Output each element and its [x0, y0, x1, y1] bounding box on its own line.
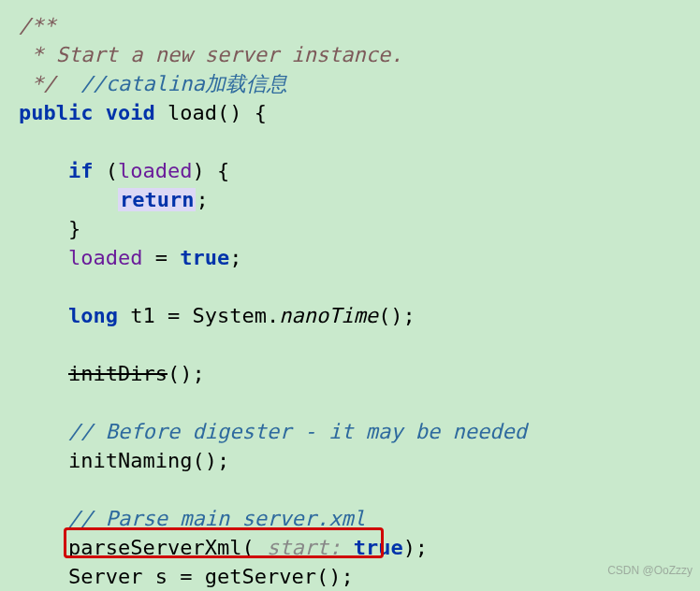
blank-line [19, 388, 700, 417]
server-line: Server s = getServer(); [68, 565, 354, 588]
eq: = [142, 246, 180, 269]
comment-before: // Before digester - it may be needed [68, 420, 527, 443]
code-line: } [19, 214, 700, 243]
watermark: CSDN @OoZzzy [607, 556, 693, 585]
initnaming: initNaming(); [68, 449, 229, 472]
code-line: long t1 = System.nanoTime(); [19, 301, 700, 330]
kw-long: long [68, 304, 118, 327]
field-loaded-assign: loaded [68, 246, 142, 269]
comment-parse: // Parse main server.xml [68, 507, 366, 530]
code-line: public void load() { [19, 98, 700, 127]
call-suffix: (); [168, 362, 205, 385]
kw-true-1: true [180, 246, 229, 269]
code-line: * Start a new server instance. [19, 40, 700, 69]
parsexml-call: parseServerXml( [68, 536, 255, 559]
call-suffix: (); [378, 304, 416, 327]
code-line: // Parse main server.xml [19, 504, 700, 533]
code-line: /** [19, 11, 700, 40]
code-line: Server s = getServer(); [19, 562, 700, 591]
code-line: // Before digester - it may be needed [19, 417, 700, 446]
kw-true-2: true [354, 536, 403, 559]
kw-public: public [19, 101, 93, 124]
javadoc-close: */ [19, 72, 56, 95]
code-line: parseServerXml( start: true); [19, 533, 700, 562]
code-line: if (loaded) { [19, 156, 700, 185]
code-line: */ //catalina加载信息 [19, 69, 700, 98]
field-loaded: loaded [118, 159, 192, 182]
blank-line [19, 475, 700, 504]
code-line: initNaming(); [19, 446, 700, 475]
blank-line [19, 330, 700, 359]
nanotime: nanoTime [279, 304, 378, 327]
cn-comment: //catalina加载信息 [80, 72, 286, 95]
blank-line [19, 127, 700, 156]
fn-load: load() { [168, 101, 267, 124]
param-hint-start: start: [255, 536, 354, 559]
javadoc-body: * Start a new server instance. [19, 43, 403, 66]
paren: ) { [192, 159, 229, 182]
kw-void: void [106, 101, 155, 124]
semi: ; [229, 246, 241, 269]
code-line: initDirs(); [19, 359, 700, 388]
initdirs: initDirs [68, 362, 168, 385]
semi: ; [196, 188, 208, 211]
close-paren: ); [403, 536, 429, 559]
code-line: loaded = true; [19, 243, 700, 272]
kw-if: if [68, 159, 94, 182]
kw-return: return [118, 188, 196, 211]
javadoc-open: /** [19, 14, 56, 37]
blank-line [19, 272, 700, 301]
brace-close: } [68, 217, 80, 240]
t1-assign: t1 = System. [118, 304, 279, 327]
code-line: return; [19, 185, 700, 214]
